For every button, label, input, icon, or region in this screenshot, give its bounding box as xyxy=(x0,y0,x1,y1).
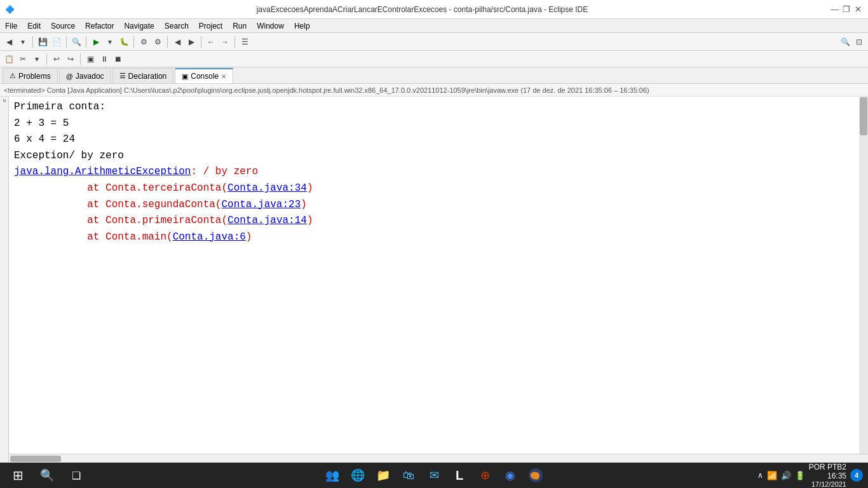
tb-run-dropdown[interactable]: ▾ xyxy=(104,36,116,48)
titlebar-controls: — ❐ ✕ xyxy=(830,4,863,15)
console-output[interactable]: Primeira conta:2 + 3 = 56 x 4 = 24Except… xyxy=(9,97,859,454)
tb-sep-6 xyxy=(201,36,201,48)
pathbar-text: <terminated> Conta [Java Application] C:… xyxy=(4,86,649,94)
tb-search-right[interactable]: 🔍 xyxy=(839,36,851,48)
menu-item-run[interactable]: Run xyxy=(227,19,252,32)
taskbar-mail[interactable]: ✉ xyxy=(423,464,445,487)
tb2-btn3[interactable]: ↩ xyxy=(50,53,63,65)
console-tab-icon: ▣ xyxy=(182,72,188,81)
maximize-button[interactable]: ❐ xyxy=(841,4,851,15)
tb-sep-4 xyxy=(133,36,134,48)
console-line: at Conta.primeiraConta(Conta.java:14) xyxy=(14,213,854,229)
tb-debug-btn[interactable]: 🐛 xyxy=(118,36,130,48)
scrollbar-thumb[interactable] xyxy=(860,97,867,135)
tray-network[interactable]: 📶 xyxy=(767,471,777,480)
tb-btn6[interactable]: ⚙ xyxy=(151,36,164,48)
problems-tab-label: Problems xyxy=(18,72,51,81)
stacktrace-suffix: ) xyxy=(301,199,307,210)
main-area: ≡ Primeira conta:2 + 3 = 56 x 4 = 24Exce… xyxy=(0,97,868,463)
hscrollbar-thumb[interactable] xyxy=(10,456,61,462)
console-row: Primeira conta:2 + 3 = 56 x 4 = 24Except… xyxy=(9,97,868,454)
javadoc-tab-icon: @ xyxy=(66,72,73,80)
taskbar-edge[interactable]: 🌐 xyxy=(346,464,369,487)
tb2-btn6[interactable]: ⏸ xyxy=(98,53,111,65)
taskbar-explorer[interactable]: 📁 xyxy=(372,464,395,487)
console-line: at Conta.terceiraConta(Conta.java:34) xyxy=(14,180,854,197)
tb-save-btn[interactable]: 💾 xyxy=(36,36,49,48)
menu-item-edit[interactable]: Edit xyxy=(22,19,46,32)
stacktrace-link[interactable]: Conta.java:14 xyxy=(227,215,307,226)
start-button[interactable]: ⊞ xyxy=(5,464,31,487)
tb2-btn2[interactable]: ✂ xyxy=(17,53,29,65)
tab-problems[interactable]: ⚠Problems xyxy=(3,68,58,83)
tb2-btn1[interactable]: 📋 xyxy=(3,53,15,65)
minimize-button[interactable]: — xyxy=(830,4,840,15)
toolbar-1: ◀ ▾ 💾 📄 🔍 ▶ ▾ 🐛 ⚙ ⚙ ◀ ▶ ← → ☰ 🔍 ⊡ xyxy=(0,33,868,51)
console-line: at Conta.main(Conta.java:6) xyxy=(14,229,854,246)
tb-next-edit[interactable]: ▶ xyxy=(185,36,198,48)
tb-sep-2 xyxy=(66,36,67,48)
tb-nav-btn2[interactable]: → xyxy=(219,36,231,48)
clock-display[interactable]: POR PTB2 16:35 17/12/2021 xyxy=(809,463,846,488)
stacktrace-prefix: at Conta.segundaConta( xyxy=(14,199,221,210)
titlebar-icon: 🔷 xyxy=(5,5,15,14)
taskbar-lync[interactable]: L xyxy=(448,464,471,487)
menu-item-project[interactable]: Project xyxy=(194,19,227,32)
tb-nav-btn1[interactable]: ← xyxy=(205,36,217,48)
taskbar-store[interactable]: 🛍 xyxy=(397,464,420,487)
tb-perspective-btn[interactable]: ☰ xyxy=(238,36,251,48)
search-button[interactable]: 🔍 xyxy=(34,464,60,487)
tab-declaration[interactable]: ☰Declaration xyxy=(112,68,174,83)
tb-run-btn[interactable]: ▶ xyxy=(90,36,102,48)
tb2-btn4[interactable]: ↪ xyxy=(64,53,77,65)
tb2-sep-1 xyxy=(46,53,47,65)
menu-item-source[interactable]: Source xyxy=(46,19,80,32)
tb-zoom-btn[interactable]: ⊡ xyxy=(853,36,865,48)
task-view-button[interactable]: ❑ xyxy=(64,464,89,487)
menu-item-file[interactable]: File xyxy=(0,19,22,32)
tray-battery[interactable]: 🔋 xyxy=(795,471,805,480)
tab-console[interactable]: ▣Console✕ xyxy=(175,68,233,83)
tb-back-btn[interactable]: ◀ xyxy=(3,36,15,48)
console-wrapper: Primeira conta:2 + 3 = 56 x 4 = 24Except… xyxy=(9,97,868,463)
close-button[interactable]: ✕ xyxy=(853,4,863,15)
tb-prev-edit[interactable]: ◀ xyxy=(171,36,184,48)
console-tabbar: ⚠Problems@Javadoc☰Declaration▣Console✕ xyxy=(0,67,868,84)
tb2-btn7[interactable]: ⏹ xyxy=(112,53,125,65)
menu-item-refactor[interactable]: Refactor xyxy=(80,19,119,32)
clock-time: 16:35 xyxy=(827,471,846,480)
notification-badge[interactable]: 4 xyxy=(850,469,863,482)
menu-item-help[interactable]: Help xyxy=(289,19,315,32)
taskbar-teams[interactable]: 👥 xyxy=(321,464,344,487)
menu-item-window[interactable]: Window xyxy=(252,19,289,32)
tb-dropdown1[interactable]: ▾ xyxy=(17,36,29,48)
vertical-scrollbar[interactable] xyxy=(859,97,868,454)
taskbar-chrome[interactable]: ◉ xyxy=(499,464,522,487)
stacktrace-link[interactable]: Conta.java:34 xyxy=(227,182,307,194)
taskbar-eclipse[interactable] xyxy=(524,464,547,487)
stacktrace-link[interactable]: Conta.java:23 xyxy=(221,199,301,210)
tab-javadoc[interactable]: @Javadoc xyxy=(59,68,111,83)
tray-chevron[interactable]: ∧ xyxy=(757,471,763,480)
menu-item-search[interactable]: Search xyxy=(159,19,194,32)
tb2-btn5[interactable]: ▣ xyxy=(84,53,97,65)
tb-sep-1 xyxy=(32,36,33,48)
tb-sep-5 xyxy=(167,36,168,48)
menu-item-navigate[interactable]: Navigate xyxy=(119,19,159,32)
stacktrace-link[interactable]: Conta.java:6 xyxy=(173,231,246,243)
console-line: at Conta.segundaConta(Conta.java:23) xyxy=(14,197,854,214)
tb-save-all-btn[interactable]: 📄 xyxy=(50,36,63,48)
menubar: FileEditSourceRefactorNavigateSearchProj… xyxy=(0,19,868,33)
tray-volume[interactable]: 🔊 xyxy=(781,471,791,480)
taskbar-office[interactable]: ⊕ xyxy=(473,464,496,487)
exception-link[interactable]: java.lang.ArithmeticException xyxy=(14,166,191,177)
console-line: Exception/ by zero xyxy=(14,148,854,165)
horizontal-scrollbar[interactable] xyxy=(9,454,868,463)
taskbar-left: ⊞ 🔍 ❑ xyxy=(5,464,89,487)
console-line: 6 x 4 = 24 xyxy=(14,132,854,148)
lg-btn1[interactable]: ≡ xyxy=(1,99,8,102)
tb-btn5[interactable]: ⚙ xyxy=(137,36,150,48)
console-tab-close[interactable]: ✕ xyxy=(221,73,226,80)
tb2-dropdown[interactable]: ▾ xyxy=(31,53,43,65)
tb-search-btn[interactable]: 🔍 xyxy=(70,36,83,48)
